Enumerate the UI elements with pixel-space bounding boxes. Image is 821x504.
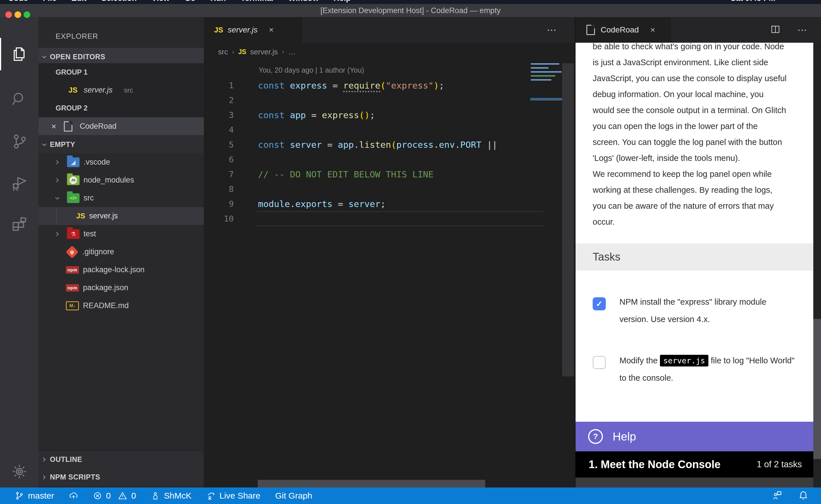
close-tab-icon[interactable]: ×	[269, 25, 274, 34]
vertical-scrollbar[interactable]	[562, 63, 574, 376]
tree-item-package-lock-json[interactable]: npmpackage-lock.json	[38, 261, 204, 279]
code-line-6[interactable]: 6	[204, 152, 575, 167]
status-bar: master 0 0 ShMcK Live Share Git Graph	[0, 487, 821, 504]
help-bar[interactable]: ? Help	[575, 422, 813, 451]
settings-gear-icon[interactable]	[0, 453, 38, 490]
open-editor-server-js[interactable]: JS server.js src	[38, 81, 204, 99]
feedback-icon[interactable]	[772, 490, 782, 502]
tree-item--vscode[interactable]: ◢.vscode	[38, 153, 204, 171]
window-titlebar: [Extension Development Host] - CodeRoad …	[0, 4, 821, 17]
editor-actions-more-icon[interactable]: ⋯	[547, 17, 558, 43]
menu-item-go[interactable]: Go	[184, 0, 195, 3]
code-line-9[interactable]: 9module.exports = server;	[204, 196, 575, 211]
workspace-folder-header[interactable]: EMPTY	[38, 136, 204, 153]
task-item-2: Modify the server.js file to log "Hello …	[593, 352, 804, 387]
tab-coderoad[interactable]: CodeRoad ×	[575, 17, 671, 43]
chevron-right-icon: ›	[232, 48, 234, 56]
explorer-sidebar: EXPLORER OPEN EDITORS GROUP 1 JS server.…	[38, 17, 204, 487]
menu-item-terminal[interactable]: Terminal	[241, 0, 273, 3]
tab-server-js[interactable]: JS server.js ×	[204, 17, 302, 43]
checkbox-unchecked-icon[interactable]	[593, 356, 606, 369]
sync-changes-button[interactable]	[69, 491, 78, 500]
minimap[interactable]	[530, 63, 563, 103]
code-line-10[interactable]: 10	[204, 211, 575, 226]
tree-item-label: server.js	[89, 212, 118, 220]
markdown-icon: M↓	[66, 301, 79, 310]
open-editor-coderoad[interactable]: × CodeRoad	[38, 117, 204, 135]
test-folder-icon: ⚗	[67, 229, 79, 239]
tree-item-test[interactable]: ⚗test	[38, 225, 204, 243]
npm-scripts-section[interactable]: NPM SCRIPTS	[38, 468, 204, 486]
code-line-1[interactable]: 1const express = require("express");	[204, 78, 575, 93]
tree-item-node-modules[interactable]: JSnode_modules	[38, 171, 204, 189]
outline-section[interactable]: OUTLINE	[38, 450, 204, 468]
line-number: 5	[204, 140, 234, 149]
chevron-down-icon	[38, 53, 50, 61]
run-debug-icon[interactable]	[0, 164, 38, 201]
file-icon	[64, 121, 72, 132]
code-line-8[interactable]: 8	[204, 182, 575, 196]
git-branch-indicator[interactable]: master	[15, 491, 54, 501]
tree-item-package-json[interactable]: npmpackage.json	[38, 279, 204, 297]
menu-item-help[interactable]: Help	[334, 0, 351, 3]
notifications-bell-icon[interactable]	[798, 490, 808, 502]
explorer-icon[interactable]	[0, 36, 38, 73]
horizontal-scrollbar-track	[204, 480, 575, 487]
menu-item-file[interactable]: File	[43, 0, 56, 3]
code-line-5[interactable]: 5const server = app.listen(process.env.P…	[204, 137, 575, 152]
editor-group-2-label: GROUP 2	[38, 99, 204, 117]
line-number: 6	[204, 155, 234, 164]
account-indicator[interactable]: ShMcK	[151, 491, 191, 501]
menu-item-edit[interactable]: Edit	[71, 0, 86, 3]
tree-item--gitignore[interactable]: ψ.gitignore	[38, 243, 204, 261]
chevron-down-icon	[52, 194, 63, 202]
code-line-7[interactable]: 7// -- DO NOT EDIT BELOW THIS LINE	[204, 167, 575, 182]
source-control-icon[interactable]	[0, 123, 38, 160]
menubar-clock: Sat 9:45 PM	[731, 0, 775, 4]
tree-item-label: node_modules	[83, 176, 134, 185]
split-editor-icon[interactable]	[771, 24, 780, 35]
chevron-right-icon	[38, 474, 50, 481]
current-line-highlight	[257, 211, 543, 226]
lesson-progress-bar: 1. Meet the Node Console 1 of 2 tasks	[575, 451, 813, 478]
codelens-blame[interactable]: You, 20 days ago | 1 author (You)	[259, 66, 364, 74]
menu-item-selection[interactable]: Selection	[101, 0, 136, 3]
line-number: 8	[204, 184, 234, 194]
line-number: 10	[204, 214, 234, 224]
tree-item-src[interactable]: </>src	[38, 189, 204, 207]
menu-item-window[interactable]: Window	[288, 0, 319, 3]
tree-item-readme-md[interactable]: M↓README.md	[38, 297, 204, 315]
breadcrumb[interactable]: src › JS server.js › …	[218, 46, 296, 58]
live-share-button[interactable]: Live Share	[207, 491, 260, 501]
activity-bar	[0, 17, 38, 487]
cloud-upload-icon	[69, 491, 78, 500]
line-number: 9	[204, 199, 234, 209]
menu-item-code[interactable]: Code	[8, 0, 28, 3]
checkbox-checked-icon[interactable]: ✓	[593, 297, 606, 310]
warnings-icon	[118, 491, 127, 500]
code-line-3[interactable]: 3const app = express();	[204, 108, 575, 122]
problems-indicator[interactable]: 0 0	[93, 491, 136, 501]
editor-group-1-label: GROUP 1	[38, 63, 204, 81]
git-graph-button[interactable]: Git Graph	[275, 491, 312, 501]
tasks-header: Tasks	[575, 243, 813, 271]
horizontal-scrollbar[interactable]	[258, 480, 485, 487]
search-icon[interactable]	[0, 81, 38, 118]
node-modules-folder-icon: JS	[67, 175, 79, 185]
macos-menubar: CodeFileEditSelectionViewGoRunTerminalWi…	[0, 0, 821, 4]
extensions-icon[interactable]	[0, 206, 38, 243]
more-actions-icon[interactable]: ⋯	[797, 24, 809, 36]
code-area[interactable]: 1const express = require("express");23co…	[204, 78, 575, 226]
menu-item-view[interactable]: View	[152, 0, 169, 3]
minimap-current-line	[530, 98, 562, 101]
webview-scrollbar[interactable]	[813, 319, 821, 459]
tutorial-text: be able to check what's going on in your…	[575, 43, 813, 230]
file-icon	[586, 25, 595, 35]
chevron-right-icon: ›	[282, 48, 284, 56]
close-tab-icon[interactable]: ×	[650, 25, 656, 35]
tree-item-server-js[interactable]: JSserver.js	[38, 207, 204, 225]
menu-item-run[interactable]: Run	[211, 0, 226, 3]
close-icon[interactable]: ×	[51, 122, 56, 131]
code-line-4[interactable]: 4	[204, 122, 575, 137]
code-line-2[interactable]: 2	[204, 93, 575, 108]
